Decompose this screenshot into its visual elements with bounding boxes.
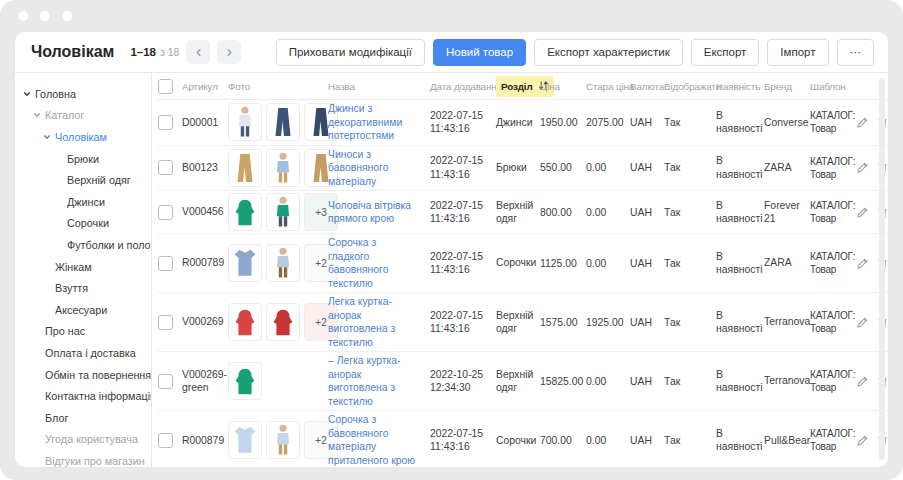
sidebar-item-1[interactable]: Каталог: [15, 105, 151, 127]
sidebar-item-6[interactable]: Сорочки: [15, 213, 151, 235]
sidebar-item-8[interactable]: Жінкам: [15, 256, 151, 278]
availability-cell: В наявності: [716, 154, 764, 181]
more-photos-count: +2: [315, 258, 326, 269]
product-link[interactable]: Джинси з декоративними потертостями: [328, 102, 426, 143]
sidebar-item-10[interactable]: Аксесуари: [15, 299, 151, 321]
edit-icon[interactable]: [856, 206, 869, 219]
edit-icon[interactable]: [856, 116, 869, 129]
product-photo[interactable]: [228, 362, 262, 400]
row-checkbox[interactable]: [158, 256, 173, 271]
column-header-10[interactable]: Бренд: [764, 81, 810, 92]
column-header-7[interactable]: Валюта: [630, 81, 664, 92]
brand-cell: Converse: [764, 116, 810, 130]
hide-modifications-button[interactable]: Приховати модифікації: [276, 39, 425, 66]
product-link[interactable]: Чиноси з бавовняного матеріалу: [328, 148, 426, 189]
new-product-button[interactable]: Новий товар: [433, 39, 526, 66]
product-photo[interactable]: [228, 193, 262, 231]
row-checkbox[interactable]: [158, 115, 173, 130]
row-checkbox[interactable]: [158, 160, 173, 175]
column-header-3[interactable]: Дата додавання: [430, 81, 496, 92]
photos-cell: +2: [228, 303, 328, 341]
sidebar-item-0[interactable]: Головна: [15, 83, 151, 105]
row-checkbox-cell: [158, 256, 182, 271]
product-photo[interactable]: [266, 149, 300, 187]
select-all-checkbox[interactable]: [158, 79, 173, 94]
window-control-dot[interactable]: [18, 11, 28, 21]
sidebar-item-9[interactable]: Взуття: [15, 277, 151, 299]
export-button[interactable]: Експорт: [691, 39, 760, 66]
column-header-4[interactable]: Розділ: [496, 76, 540, 97]
row-checkbox[interactable]: [158, 205, 173, 220]
edit-icon[interactable]: [856, 257, 869, 270]
scrollbar[interactable]: [879, 78, 885, 460]
sidebar-item-5[interactable]: Джинси: [15, 191, 151, 213]
sidebar-item-15[interactable]: Блог: [15, 407, 151, 429]
product-link[interactable]: Сорочка з бавовняного матеріалу притален…: [328, 413, 426, 467]
sidebar-item-14[interactable]: Контактна інформація: [15, 385, 151, 407]
product-link[interactable]: Сорочка з гладкого бавовняного текстилю: [328, 236, 426, 290]
category-cell: Верхній одяг: [496, 199, 540, 226]
window-control-dot[interactable]: [62, 11, 72, 21]
date-added-cell: 2022-10-2512:34:30: [430, 368, 496, 395]
product-photo[interactable]: [228, 421, 262, 459]
next-page-button[interactable]: [217, 40, 241, 64]
sidebar-item-7[interactable]: Футболки и поло: [15, 234, 151, 256]
sidebar-item-16[interactable]: Угода користувача: [15, 429, 151, 451]
product-link[interactable]: Чоловіча вітрівка прямого крою: [328, 199, 426, 226]
brand-cell: ZARA: [764, 256, 810, 270]
sidebar-item-12[interactable]: Оплата і доставка: [15, 342, 151, 364]
sidebar-item-2[interactable]: Чоловікам: [15, 126, 151, 148]
product-link[interactable]: – Легка куртка-анорак виготовлена з текс…: [328, 354, 426, 408]
sidebar-item-label: Взуття: [55, 282, 88, 294]
template-cell: КАТАЛОГ:Товар: [810, 250, 856, 276]
edit-icon[interactable]: [856, 161, 869, 174]
edit-icon[interactable]: [856, 375, 869, 388]
column-header-11[interactable]: Шаблон: [810, 81, 856, 92]
column-header-0[interactable]: Артикул: [182, 81, 228, 92]
product-photo[interactable]: [266, 303, 300, 341]
sidebar-item-label: Угода користувача: [45, 433, 138, 445]
photos-cell: +3: [228, 193, 328, 231]
template-cell: КАТАЛОГ:Товар: [810, 309, 856, 335]
product-photo[interactable]: [266, 244, 300, 282]
window-control-dot[interactable]: [40, 11, 50, 21]
product-photo[interactable]: [228, 103, 262, 141]
row-checkbox[interactable]: [158, 315, 173, 330]
column-header-5[interactable]: Ціна: [540, 81, 586, 92]
product-photo[interactable]: [228, 149, 262, 187]
prev-page-button[interactable]: [186, 40, 210, 64]
edit-icon[interactable]: [856, 316, 869, 329]
currency-cell: UAH: [630, 162, 664, 173]
select-all-cell: [158, 79, 182, 94]
sidebar-item-17[interactable]: Відгуки про магазин: [15, 450, 151, 467]
product-photo[interactable]: [266, 103, 300, 141]
brand-cell: Terranova: [764, 315, 810, 329]
display-cell: Так: [664, 317, 716, 328]
column-header-9[interactable]: Наявність: [716, 81, 764, 92]
column-header-6[interactable]: Стара ціна: [586, 81, 630, 92]
product-link[interactable]: Легка куртка-анорак виготовлена з тексти…: [328, 295, 426, 349]
sidebar-item-13[interactable]: Обмін та повернення: [15, 364, 151, 386]
old-price-cell: 0.00: [586, 162, 630, 173]
more-button[interactable]: ···: [837, 39, 875, 66]
edit-icon[interactable]: [856, 434, 869, 447]
product-photo[interactable]: [228, 244, 262, 282]
sidebar-item-4[interactable]: Верхній одяг: [15, 169, 151, 191]
row-checkbox[interactable]: [158, 433, 173, 448]
column-header-2[interactable]: Назва: [328, 81, 430, 92]
product-photo[interactable]: [266, 421, 300, 459]
price-cell: 700.00: [540, 435, 586, 446]
sidebar-item-label: Про нас: [45, 325, 85, 337]
export-characteristics-button[interactable]: Експорт характеристик: [534, 39, 683, 66]
sidebar-item-11[interactable]: Про нас: [15, 321, 151, 343]
page-title: Чоловікам: [31, 43, 114, 61]
product-photo[interactable]: [266, 193, 300, 231]
sidebar-nav: ГоловнаКаталогЧоловікамБрюкиВерхній одяг…: [15, 73, 152, 467]
row-checkbox[interactable]: [158, 374, 173, 389]
import-button[interactable]: Імпорт: [767, 39, 828, 66]
product-photo[interactable]: [228, 303, 262, 341]
column-header-1[interactable]: Фото: [228, 81, 328, 92]
content-card: Чоловікам 1–18 з 18 Приховати модифікаці…: [15, 32, 888, 467]
column-header-8[interactable]: Відображати: [664, 81, 716, 92]
sidebar-item-3[interactable]: Брюки: [15, 148, 151, 170]
